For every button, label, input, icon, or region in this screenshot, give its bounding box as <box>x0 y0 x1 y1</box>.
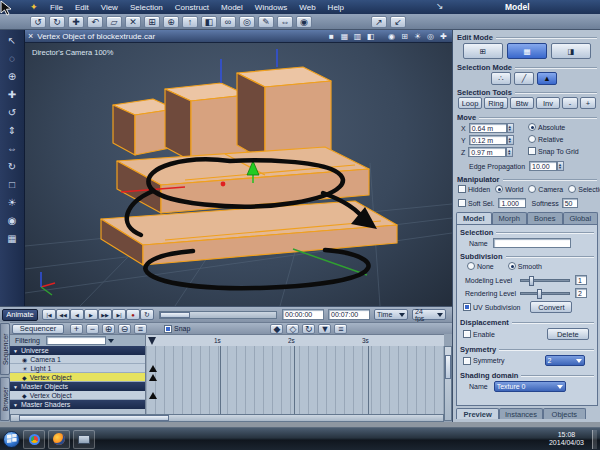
lasso-icon[interactable]: ◌ <box>3 50 21 66</box>
viewport-3d-canvas[interactable]: Director's Camera 100% <box>25 43 452 306</box>
invert-select-button[interactable]: Inv <box>536 97 560 109</box>
symmetry-axis-dropdown[interactable]: 2 <box>545 355 585 366</box>
tab-objects[interactable]: Objects <box>543 408 586 419</box>
rendering-level-slider[interactable] <box>520 292 570 295</box>
orbit-icon[interactable]: ↺ <box>3 104 21 120</box>
world-radio-icon[interactable] <box>495 185 503 193</box>
timeline-vertical-scrollbar[interactable] <box>444 346 452 421</box>
menu-model[interactable]: Model <box>215 3 249 12</box>
selection-radio-icon[interactable] <box>568 185 576 193</box>
light-icon[interactable]: ☀ <box>3 194 21 210</box>
rendering-level-value[interactable]: 2 <box>575 288 587 298</box>
hidden-checkbox-icon[interactable] <box>458 185 466 193</box>
flat-view-icon[interactable]: ▥ <box>352 32 363 41</box>
pan-icon[interactable]: ✚ <box>3 86 21 102</box>
taskbar-app-chrome[interactable] <box>23 430 45 449</box>
displacement-header[interactable]: Displacement <box>460 318 594 326</box>
end-time-field[interactable]: 00:07:00 <box>328 309 370 320</box>
fps-dropdown[interactable]: 24 fps <box>412 309 446 320</box>
keyframe-marker[interactable] <box>149 374 157 381</box>
light-toggle-icon[interactable]: ☀ <box>412 32 423 41</box>
menu-windows[interactable]: Windows <box>249 3 293 12</box>
rotate-tool-icon[interactable]: ↶ <box>87 16 103 28</box>
display-icon[interactable]: ▦ <box>3 230 21 246</box>
y-spinner[interactable]: ▲▼ <box>507 135 514 145</box>
modeling-level-slider[interactable] <box>520 279 570 282</box>
smooth-icon[interactable]: ◎ <box>239 16 255 28</box>
ring-select-button[interactable]: Ring <box>484 97 508 109</box>
expander-icon[interactable]: ▼ <box>13 402 18 408</box>
vertex-select-button[interactable]: ∴ <box>491 72 511 85</box>
tab-model[interactable]: Model <box>456 212 492 224</box>
tree-group-universe[interactable]: ▼ Universe <box>10 346 145 355</box>
timeline-grid[interactable] <box>145 346 444 421</box>
duplicate-icon[interactable]: ⊞ <box>144 16 160 28</box>
track-icon[interactable]: ⇔ <box>3 140 21 156</box>
bank-icon[interactable]: ↻ <box>3 158 21 174</box>
weld-icon[interactable]: ⊕ <box>163 16 179 28</box>
tree-item-vertex-object[interactable]: ◆ Vertex Object <box>10 373 145 382</box>
convert-button[interactable]: Convert <box>530 301 572 313</box>
subdivision-none-radio-icon[interactable] <box>467 262 475 270</box>
sequencer-menu-button[interactable]: Sequencer <box>12 324 64 334</box>
tab-instances[interactable]: Instances <box>499 408 542 419</box>
next-frame-fast-button[interactable]: ▶▶ <box>98 309 112 320</box>
softness-field[interactable]: 50 <box>562 198 578 208</box>
tree-group-master-shaders[interactable]: ▼ Master Shaders <box>10 400 145 409</box>
remove-track-icon[interactable]: − <box>86 324 99 334</box>
tab-bones[interactable]: Bones <box>527 212 563 224</box>
add-track-icon[interactable]: + <box>70 324 83 334</box>
keyframe-marker[interactable] <box>149 392 157 399</box>
animate-button[interactable]: Animate <box>2 309 38 321</box>
measure-icon[interactable]: ⇔ <box>277 16 293 28</box>
dolly-icon[interactable]: ⇕ <box>3 122 21 138</box>
soft-selection-checkbox-icon[interactable] <box>458 199 466 207</box>
shrink-select-button[interactable]: - <box>562 97 578 109</box>
vertex-edit-mode-button[interactable]: ▦ <box>507 43 547 59</box>
time-mode-dropdown[interactable]: Time <box>374 309 408 320</box>
delete-tool-icon[interactable]: ✕ <box>125 16 141 28</box>
taskbar-app-window[interactable] <box>73 430 95 449</box>
go-start-button[interactable]: |◀ <box>42 309 56 320</box>
snap-to-grid-checkbox[interactable]: Snap To Grid <box>528 147 579 155</box>
chevron-down-icon[interactable] <box>108 339 114 343</box>
edge-propagation-field[interactable]: 10.00 <box>529 161 557 171</box>
menu-edit[interactable]: Edit <box>69 3 95 12</box>
play-button[interactable]: ▶ <box>84 309 98 320</box>
tween-icon[interactable]: ◇ <box>286 324 299 334</box>
globe-icon[interactable]: ◉ <box>386 32 397 41</box>
start-button[interactable] <box>3 431 20 448</box>
taskbar-app-firefox[interactable] <box>48 430 70 449</box>
frame-icon[interactable]: □ <box>3 176 21 192</box>
tab-preview[interactable]: Preview <box>456 408 499 419</box>
loop-playback-button[interactable]: ↻ <box>140 309 154 320</box>
pointer-ne-icon[interactable]: ↗ <box>371 16 387 28</box>
extrude-icon[interactable]: ↑ <box>182 16 198 28</box>
camera-radio-icon[interactable] <box>528 185 536 193</box>
tree-group-master-objects[interactable]: ▼ Master Objects <box>10 382 145 391</box>
select-arrow-icon[interactable]: ↖ <box>3 32 21 48</box>
timeline-ruler[interactable]: 1s 2s 3s <box>145 334 444 346</box>
modeling-level-value[interactable]: 1 <box>575 275 587 285</box>
fit-view-icon[interactable]: ≡ <box>134 324 147 334</box>
displacement-enable-checkbox-icon[interactable] <box>463 330 471 338</box>
tab-morph[interactable]: Morph <box>492 212 528 224</box>
menu-construct[interactable]: Construct <box>169 3 215 12</box>
expander-icon[interactable]: ▼ <box>13 384 18 390</box>
uv-subdivision-checkbox-icon[interactable] <box>463 303 471 311</box>
subdivision-header[interactable]: Subdivision <box>460 252 594 260</box>
snap-checkbox-icon[interactable] <box>164 325 172 333</box>
undo-icon[interactable]: ↺ <box>30 16 46 28</box>
workspace-label[interactable]: Model <box>505 2 530 12</box>
grow-select-button[interactable]: + <box>580 97 596 109</box>
keyframe-marker[interactable] <box>149 365 157 372</box>
menu-web[interactable]: Web <box>293 3 321 12</box>
grid-toggle-icon[interactable]: ⊞ <box>399 32 410 41</box>
symmetry-checkbox-icon[interactable] <box>463 357 471 365</box>
current-time-field[interactable]: 00:00:00 <box>282 309 324 320</box>
show-desktop-button[interactable] <box>592 430 597 449</box>
keyframe-icon[interactable]: ◆ <box>270 324 283 334</box>
playhead-marker[interactable] <box>148 337 156 345</box>
shaded-view-icon[interactable]: ■ <box>326 32 337 41</box>
selection-section-header[interactable]: Selection <box>460 228 594 236</box>
